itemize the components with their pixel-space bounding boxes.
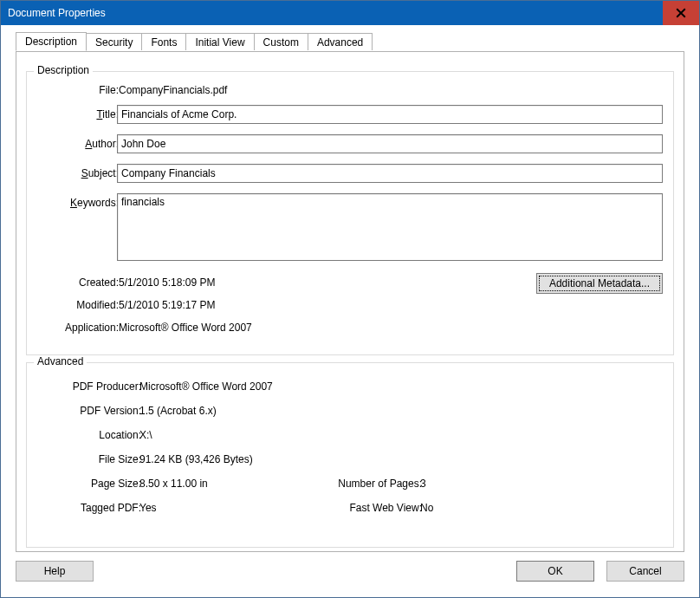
tab-custom[interactable]: Custom (254, 33, 308, 50)
label-modified: Modified: (76, 299, 119, 311)
tab-container: DescriptionSecurityFontsInitial ViewCust… (16, 32, 684, 552)
value-application: Microsoft® Office Word 2007 (119, 322, 252, 334)
tab-security[interactable]: Security (86, 33, 142, 50)
label-pdf-version: PDF Version: (80, 405, 141, 417)
label-author: Author: (85, 138, 119, 150)
input-author[interactable] (117, 134, 663, 153)
value-pdf-version: 1.5 (Acrobat 6.x) (139, 405, 217, 417)
document-properties-dialog: Document Properties DescriptionSecurityF… (0, 0, 700, 598)
tab-panel-description: Description File: CompanyFinancials.pdf … (16, 51, 684, 552)
label-file-size: File Size: (99, 453, 141, 465)
dialog-footer: Help OK Cancel (16, 561, 684, 585)
cancel-button[interactable]: Cancel (606, 561, 684, 582)
label-tagged-pdf: Tagged PDF: (81, 502, 141, 514)
value-number-of-pages: 3 (420, 478, 426, 490)
label-fast-web-view: Fast Web View: (349, 502, 422, 514)
value-page-size: 8.50 x 11.00 in (139, 478, 208, 490)
tab-description[interactable]: Description (16, 32, 87, 51)
label-file: File: (99, 84, 119, 96)
ok-button[interactable]: OK (516, 561, 594, 582)
close-button[interactable] (663, 1, 699, 25)
input-subject[interactable] (117, 164, 663, 183)
label-location: Location: (99, 429, 141, 441)
label-pdf-producer: PDF Producer: (73, 380, 141, 393)
close-icon (676, 8, 686, 18)
label-created: Created: (79, 276, 119, 289)
additional-metadata-button[interactable]: Additional Metadata... (536, 273, 663, 294)
label-title: Title: (96, 108, 119, 120)
value-modified: 5/1/2010 5:19:17 PM (119, 299, 215, 311)
tab-advanced[interactable]: Advanced (308, 33, 373, 50)
value-file-size: 91.24 KB (93,426 Bytes) (139, 453, 253, 465)
dialog-content: DescriptionSecurityFontsInitial ViewCust… (1, 25, 699, 597)
window-title: Document Properties (1, 7, 106, 19)
value-created: 5/1/2010 5:18:09 PM (119, 276, 215, 289)
label-number-of-pages: Number of Pages: (338, 478, 422, 490)
value-tagged-pdf: Yes (139, 502, 157, 514)
group-advanced-legend: Advanced (34, 355, 87, 367)
label-subject: Subject: (81, 167, 119, 179)
tab-strip: DescriptionSecurityFontsInitial ViewCust… (16, 32, 684, 53)
tab-initial-view[interactable]: Initial View (185, 33, 254, 50)
group-description: Description File: CompanyFinancials.pdf … (26, 71, 674, 355)
value-pdf-producer: Microsoft® Office Word 2007 (139, 380, 273, 393)
label-keywords: Keywords: (70, 197, 119, 209)
group-description-legend: Description (34, 64, 93, 76)
label-application: Application: (65, 322, 119, 334)
input-keywords[interactable] (117, 193, 663, 261)
help-button[interactable]: Help (16, 561, 94, 582)
value-fast-web-view: No (420, 502, 433, 514)
group-advanced: Advanced PDF Producer: Microsoft® Office… (26, 362, 674, 548)
input-title[interactable] (117, 105, 663, 124)
label-page-size: Page Size: (91, 478, 141, 490)
value-location: X:\ (139, 429, 152, 441)
title-bar: Document Properties (1, 1, 699, 25)
value-file: CompanyFinancials.pdf (119, 84, 227, 96)
tab-fonts[interactable]: Fonts (141, 33, 186, 50)
